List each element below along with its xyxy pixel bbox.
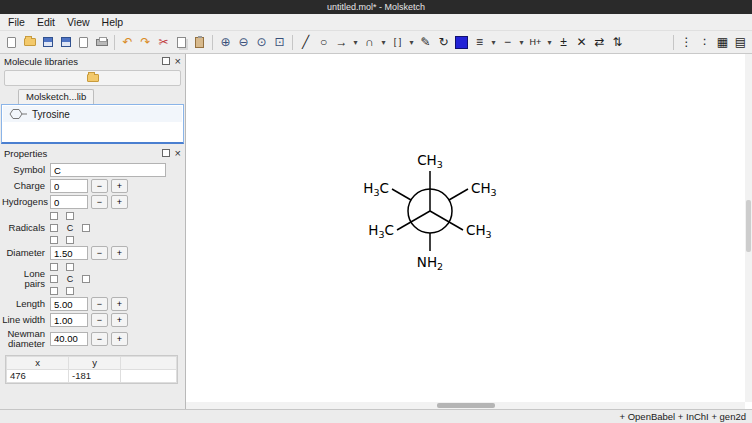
bracket-tool-button[interactable]: [ ]	[389, 33, 406, 52]
newman-increment-button[interactable]: +	[111, 332, 128, 346]
menu-file[interactable]: File	[2, 14, 31, 30]
hydrogens-input[interactable]	[50, 195, 88, 209]
properties-close-button[interactable]: ×	[175, 149, 181, 158]
charge-tool-button[interactable]: ±	[555, 33, 572, 52]
ring-tool-button[interactable]: ○	[315, 33, 332, 52]
coordinate-row[interactable]: 476 -181	[7, 369, 177, 382]
charge-input[interactable]	[50, 179, 88, 193]
vertical-scrollbar[interactable]	[745, 54, 752, 402]
redo-button[interactable]: ↷	[137, 33, 154, 52]
library-list[interactable]: Tyrosine	[1, 104, 184, 144]
copy-button[interactable]	[173, 33, 190, 52]
diameter-decrement-button[interactable]: −	[91, 246, 108, 260]
library-close-button[interactable]: ×	[175, 57, 181, 66]
line-width-increment-button[interactable]: +	[111, 313, 128, 327]
newman-decrement-button[interactable]: −	[91, 332, 108, 346]
length-decrement-button[interactable]: −	[91, 297, 108, 311]
cut-button[interactable]: ✂	[155, 33, 172, 52]
library-tab[interactable]: Molsketch...lib	[18, 89, 94, 104]
arrange-tool-button[interactable]: ▤	[732, 33, 749, 52]
hydrogen-tool-dropdown[interactable]: ▾	[545, 33, 554, 52]
radical-checkbox[interactable]	[50, 212, 58, 220]
print-button[interactable]	[93, 33, 110, 52]
zoom-out-button[interactable]: ⊖	[235, 33, 252, 52]
bracket-dropdown[interactable]: ▾	[407, 33, 416, 52]
curve-arrow-button[interactable]: ∩	[361, 33, 378, 52]
zoom-in-button[interactable]: ⊕	[217, 33, 234, 52]
lone-pair-tool-button[interactable]: ⋮	[678, 33, 695, 52]
newman-diameter-input[interactable]	[50, 332, 88, 346]
save-file-button[interactable]	[39, 33, 56, 52]
library-float-button[interactable]	[162, 57, 170, 65]
reaction-arrow-dropdown[interactable]: ▾	[351, 33, 360, 52]
color-swatch-button[interactable]	[453, 33, 470, 52]
paste-button[interactable]	[191, 33, 208, 52]
molsketch-window: untitled.mol* - Molsketch File Edit View…	[0, 0, 752, 423]
charge-decrement-button[interactable]: −	[91, 179, 108, 193]
hydrogens-increment-button[interactable]: +	[111, 195, 128, 209]
library-dock-title: Molecule libraries	[4, 56, 162, 67]
open-file-button[interactable]	[21, 33, 38, 52]
length-increment-button[interactable]: +	[111, 297, 128, 311]
save-as-button[interactable]	[57, 33, 74, 52]
diameter-increment-button[interactable]: +	[111, 246, 128, 260]
lone-pair-checkbox[interactable]	[50, 287, 58, 295]
radical-checkbox[interactable]	[66, 212, 74, 220]
radical-checkbox[interactable]	[50, 236, 58, 244]
menu-help[interactable]: Help	[96, 14, 130, 30]
radical-checkbox[interactable]	[82, 224, 90, 232]
vertical-scrollbar-thumb[interactable]	[746, 200, 751, 252]
zoom-fit-button[interactable]: ⊡	[271, 33, 288, 52]
lone-pair-checkbox[interactable]	[66, 263, 74, 271]
drawing-canvas[interactable]: CH3 H3C CH3 H3C CH3 NH2	[186, 54, 752, 409]
window-title: untitled.mol* - Molsketch	[327, 2, 425, 12]
library-browse-button[interactable]	[4, 70, 181, 86]
radical-checkbox[interactable]	[66, 236, 74, 244]
flip-horizontal-button[interactable]: ⇄	[591, 33, 608, 52]
newman-projection-molecule[interactable]: CH3 H3C CH3 H3C CH3 NH2	[310, 111, 550, 331]
library-tab-bar: Molsketch...lib	[0, 89, 185, 104]
diameter-input[interactable]	[50, 246, 88, 260]
new-file-button[interactable]	[3, 33, 20, 52]
delete-tool-button[interactable]: ✕	[573, 33, 590, 52]
properties-float-button[interactable]	[162, 149, 170, 157]
symbol-input[interactable]	[50, 163, 166, 177]
menu-edit[interactable]: Edit	[31, 14, 61, 30]
horizontal-scrollbar[interactable]	[186, 402, 745, 409]
horizontal-scrollbar-thumb[interactable]	[437, 403, 495, 408]
wedge-bond-button[interactable]: −	[499, 33, 516, 52]
lone-pair-checkbox[interactable]	[50, 275, 58, 283]
copy-icon	[177, 37, 186, 48]
diameter-row: Diameter − +	[2, 246, 181, 260]
properties-dock-title: Properties	[4, 148, 162, 159]
text-tool-button[interactable]: ✎	[417, 33, 434, 52]
reaction-arrow-button[interactable]: →	[333, 33, 350, 52]
hash-bond-dropdown[interactable]: ▾	[489, 33, 498, 52]
lone-pair-checkbox[interactable]	[82, 275, 90, 283]
hash-bond-button[interactable]: ≡	[471, 33, 488, 52]
length-input[interactable]	[50, 297, 88, 311]
export-button[interactable]	[75, 33, 92, 52]
lone-pair-checkbox[interactable]	[50, 263, 58, 271]
radical-tool-button[interactable]: ∶	[696, 33, 713, 52]
lone-pairs-grid: C	[50, 262, 90, 295]
line-width-decrement-button[interactable]: −	[91, 313, 108, 327]
wedge-bond-dropdown[interactable]: ▾	[517, 33, 526, 52]
charge-increment-button[interactable]: +	[111, 179, 128, 193]
menu-view[interactable]: View	[61, 14, 96, 30]
hydrogen-tool-button[interactable]: H+	[527, 33, 544, 52]
symbol-row: Symbol	[2, 163, 181, 177]
hydrogens-decrement-button[interactable]: −	[91, 195, 108, 209]
draw-bond-button[interactable]: ╱	[297, 33, 314, 52]
zoom-original-button[interactable]: ⊙	[253, 33, 270, 52]
library-item-tyrosine[interactable]: Tyrosine	[3, 106, 182, 122]
undo-button[interactable]: ↶	[119, 33, 136, 52]
flip-vertical-button[interactable]: ⇅	[609, 33, 626, 52]
line-width-input[interactable]	[50, 313, 88, 327]
rotate-tool-button[interactable]: ↻	[435, 33, 452, 52]
radical-checkbox[interactable]	[50, 224, 58, 232]
curve-arrow-dropdown[interactable]: ▾	[379, 33, 388, 52]
grid-tool-button[interactable]: ▦	[714, 33, 731, 52]
lone-pair-checkbox[interactable]	[66, 287, 74, 295]
coord-header-y: y	[69, 356, 121, 369]
